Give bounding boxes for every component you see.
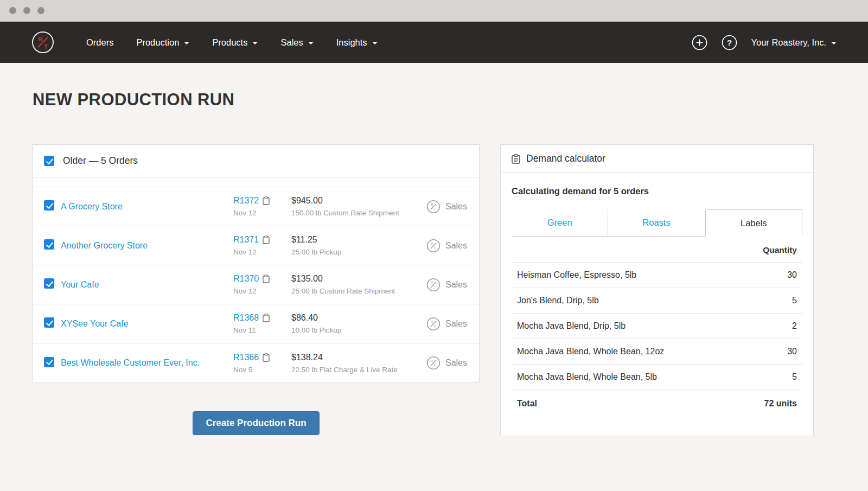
demand-subtitle: Calculating demand for 5 orders bbox=[512, 186, 802, 196]
order-id-link[interactable]: R1371 bbox=[233, 235, 259, 245]
nav-item-production[interactable]: Production bbox=[125, 32, 201, 53]
svg-text:T: T bbox=[433, 364, 436, 367]
clipboard-icon[interactable] bbox=[263, 235, 270, 244]
clipboard-icon[interactable] bbox=[263, 196, 270, 205]
chevron-down-icon bbox=[308, 42, 314, 44]
order-id-link[interactable]: R1366 bbox=[233, 353, 259, 362]
order-checkbox[interactable] bbox=[44, 317, 54, 328]
account-menu[interactable]: Your Roastery, Inc. bbox=[751, 37, 837, 48]
order-checkbox[interactable] bbox=[44, 200, 54, 211]
order-id-link[interactable]: R1368 bbox=[233, 313, 259, 323]
clipboard-icon[interactable] bbox=[263, 314, 270, 322]
window-maximize-button[interactable] bbox=[37, 7, 44, 14]
svg-text:R: R bbox=[431, 320, 433, 323]
button-row: Create Production Run bbox=[33, 411, 480, 435]
customer-link[interactable]: Another Grocery Store bbox=[61, 241, 148, 250]
product-quantity: 30 bbox=[787, 347, 797, 356]
order-date: Nov 11 bbox=[233, 326, 291, 334]
channel-label: Sales bbox=[445, 358, 467, 368]
svg-text:T: T bbox=[433, 324, 436, 328]
demand-calculator-body: Calculating demand for 5 orders Green Ro… bbox=[501, 173, 813, 436]
demand-row: Mocha Java Blend, Drip, 5lb 2 bbox=[512, 314, 802, 339]
product-name: Heisman Coffee, Espresso, 5lb bbox=[517, 270, 636, 280]
window-minimize-button[interactable] bbox=[23, 7, 30, 14]
order-row: XYSee Your Cafe R1368 Nov 11 $86.40 10.0… bbox=[33, 304, 479, 343]
nav-item-label: Orders bbox=[86, 37, 113, 48]
window-title-bar bbox=[0, 0, 868, 22]
app-logo[interactable]: R T bbox=[31, 31, 54, 54]
orders-panel: Older — 5 Orders A Grocery Store R1372 N… bbox=[33, 144, 480, 383]
order-id-link[interactable]: R1370 bbox=[233, 274, 259, 284]
product-name: Mocha Java Blend, Whole Bean, 12oz bbox=[517, 347, 664, 356]
total-value: 72 units bbox=[764, 399, 797, 409]
nav-item-insights[interactable]: Insights bbox=[325, 32, 389, 53]
nav-item-products[interactable]: Products bbox=[201, 32, 269, 53]
window-close-button[interactable] bbox=[9, 7, 16, 14]
help-button[interactable]: ? bbox=[722, 35, 737, 50]
customer-link[interactable]: XYSee Your Cafe bbox=[61, 319, 129, 328]
order-id-link[interactable]: R1372 bbox=[233, 196, 259, 206]
nav-item-label: Products bbox=[212, 37, 247, 48]
account-name: Your Roastery, Inc. bbox=[751, 37, 827, 48]
customer-link[interactable]: Best Wholesale Customer Ever, Inc. bbox=[61, 358, 200, 367]
order-row: A Grocery Store R1372 Nov 12 $945.00 150… bbox=[33, 187, 479, 226]
demand-calculator-header: Demand calculator bbox=[501, 145, 813, 173]
main-navbar: R T Orders Production Products Sales Ins… bbox=[0, 22, 868, 63]
order-checkbox[interactable] bbox=[44, 357, 54, 367]
tab-labels[interactable]: Labels bbox=[705, 209, 802, 237]
select-all-checkbox[interactable] bbox=[44, 156, 54, 166]
page-title: NEW PRODUCTION RUN bbox=[33, 90, 868, 110]
navbar-right: ? Your Roastery, Inc. bbox=[692, 35, 837, 50]
product-quantity: 5 bbox=[792, 372, 797, 382]
orders-column: Older — 5 Orders A Grocery Store R1372 N… bbox=[33, 144, 480, 435]
product-name: Mocha Java Blend, Drip, 5lb bbox=[517, 321, 626, 331]
order-date: Nov 12 bbox=[233, 209, 291, 217]
svg-text:R: R bbox=[431, 202, 433, 206]
order-row: Your Cafe R1370 Nov 12 $135.00 25.00 lb … bbox=[33, 265, 479, 304]
order-row: Another Grocery Store R1371 Nov 12 $11.2… bbox=[33, 226, 479, 265]
tab-roasts[interactable]: Roasts bbox=[608, 209, 705, 236]
svg-text:?: ? bbox=[726, 38, 731, 47]
svg-text:R: R bbox=[431, 241, 433, 245]
svg-text:T: T bbox=[44, 43, 48, 50]
demand-total-row: Total 72 units bbox=[512, 390, 802, 412]
demand-calculator-title: Demand calculator bbox=[526, 153, 605, 164]
channel-label: Sales bbox=[445, 241, 467, 251]
order-date: Nov 12 bbox=[233, 248, 291, 256]
order-shipping: 22.50 lb Flat Charge & Live Rate bbox=[291, 366, 426, 374]
clipboard-icon bbox=[512, 154, 520, 164]
sales-channel-icon: RT bbox=[426, 278, 441, 292]
order-amount: $135.00 bbox=[291, 274, 426, 284]
customer-link[interactable]: Your Cafe bbox=[61, 280, 99, 289]
question-circle-icon: ? bbox=[722, 35, 737, 50]
channel-label: Sales bbox=[445, 202, 467, 212]
clipboard-icon[interactable] bbox=[263, 353, 270, 362]
nav-item-sales[interactable]: Sales bbox=[269, 32, 324, 53]
svg-text:T: T bbox=[433, 207, 436, 211]
orders-group-header: Older — 5 Orders bbox=[33, 145, 479, 177]
tab-green[interactable]: Green bbox=[512, 209, 608, 236]
order-amount: $945.00 bbox=[291, 196, 426, 206]
add-button[interactable] bbox=[692, 35, 707, 50]
create-production-run-button[interactable]: Create Production Run bbox=[193, 411, 319, 435]
order-shipping: 25.00 lb Custom Rate Shipment bbox=[291, 287, 426, 295]
chevron-down-icon bbox=[252, 42, 258, 44]
order-shipping: 25.00 lb Pickup bbox=[291, 248, 426, 256]
order-checkbox[interactable] bbox=[44, 239, 54, 250]
nav-item-label: Insights bbox=[336, 37, 367, 48]
customer-link[interactable]: A Grocery Store bbox=[61, 202, 123, 211]
chevron-down-icon bbox=[372, 42, 378, 44]
demand-tabs: Green Roasts Labels bbox=[512, 209, 802, 237]
order-row: Best Wholesale Customer Ever, Inc. R1366… bbox=[33, 343, 479, 382]
orders-group-label: Older — 5 Orders bbox=[63, 155, 138, 167]
order-checkbox[interactable] bbox=[44, 278, 54, 289]
nav-menu: Orders Production Products Sales Insight… bbox=[75, 32, 389, 53]
product-quantity: 30 bbox=[787, 270, 797, 280]
demand-row: Jon's Blend, Drip, 5lb 5 bbox=[512, 288, 802, 314]
demand-row: Heisman Coffee, Espresso, 5lb 30 bbox=[512, 263, 802, 288]
nav-item-orders[interactable]: Orders bbox=[75, 32, 125, 53]
order-shipping: 150.00 lb Custom Rate Shipment bbox=[291, 209, 426, 217]
sales-channel-tag: RT Sales bbox=[426, 278, 468, 292]
clipboard-icon[interactable] bbox=[263, 275, 270, 283]
plus-circle-icon bbox=[692, 35, 707, 50]
